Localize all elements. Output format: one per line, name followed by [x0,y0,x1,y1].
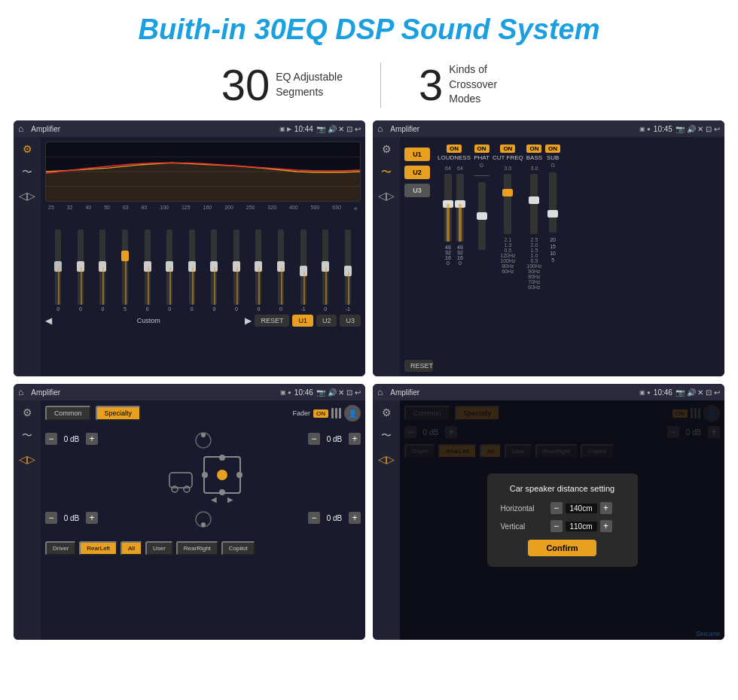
eq-prev-arrow[interactable]: ◀ [45,315,52,326]
crossover-wave-icon[interactable]: 〜 [381,166,392,179]
stat-eq-number: 30 [221,59,270,110]
crossover-home-icon[interactable]: ⌂ [377,123,383,134]
crossover-eq-icon[interactable]: ⚙ [382,143,392,155]
vol-tr-minus[interactable]: − [308,433,320,445]
home-icon[interactable]: ⌂ [18,123,23,134]
stats-row: 30 EQ AdjustableSegments 3 Kinds ofCross… [0,53,738,120]
sidebar-wave-icon[interactable]: 〜 [22,166,32,179]
horizontal-row: Horizontal − 140cm + [501,502,624,514]
profile-icon[interactable]: 👤 [344,405,361,422]
eq-u1-btn[interactable]: U1 [292,315,313,327]
rearleft-btn[interactable]: RearLeft [79,541,117,555]
sub-on[interactable]: ON [545,145,560,153]
svg-rect-5 [169,473,192,488]
crossover-title: Amplifier [386,125,636,133]
amp-speaker-icon[interactable]: ◁▷ [19,453,35,465]
amplifier-screen: ⌂ Amplifier ▣ ● 10:46 📷 🔊 ✕ ⊡ ↩ ⚙ 〜 ◁▷ C… [14,384,365,640]
eq-chart [45,142,361,202]
crossover-reset-btn[interactable]: RESET [404,360,433,372]
bass-on[interactable]: ON [526,145,541,153]
user-btn[interactable]: User [145,541,173,555]
eq-slider-9: 0 [249,230,269,312]
eq-u3-btn[interactable]: U3 [340,315,361,327]
all-btn[interactable]: All [120,541,142,555]
horizontal-minus[interactable]: − [550,502,563,514]
fader-label: Fader [292,409,310,417]
vertical-plus[interactable]: + [600,520,612,532]
eq-u2-btn[interactable]: U2 [316,315,337,327]
page-title: Buith-in 30EQ DSP Sound System [0,0,738,53]
amp-eq-icon[interactable]: ⚙ [23,406,32,418]
cutfreq-on[interactable]: ON [500,145,515,153]
eq-sliders: 0 0 0 5 0 [45,214,361,312]
eq-bottom-bar: ◀ Custom ▶ RESET U1 U2 U3 [45,315,361,327]
loudness-on[interactable]: ON [447,145,462,153]
stat-eq: 30 EQ AdjustableSegments [184,59,380,110]
amp-home-icon[interactable]: ⌂ [18,387,23,397]
sidebar-speaker-icon[interactable]: ◁▷ [19,190,35,202]
eq-title: Amplifier [26,125,276,133]
vol-tl-plus[interactable]: + [86,433,98,445]
vol-tr-val: 0 dB [323,435,346,443]
preset-u3-btn[interactable]: U3 [404,184,430,197]
eq-slider-12: 0 [316,230,336,312]
dist-main: Common Specialty ON 👤 − 0 dB + [400,400,724,640]
eq-left-sidebar: ⚙ 〜 ◁▷ [14,137,41,376]
vol-br-val: 0 dB [323,514,346,522]
crossover-speaker-icon[interactable]: ◁▷ [378,190,395,202]
confirm-button[interactable]: Confirm [528,540,596,556]
eq-topbar: ⌂ Amplifier ▣ ▶ 10:44 📷 🔊 ✕ ⊡ ↩ [14,120,365,137]
fader-on-badge[interactable]: ON [313,409,328,418]
phat-on[interactable]: ON [474,145,489,153]
crossover-screen: ⌂ Amplifier ▣ ● 10:45 📷 🔊 ✕ ⊡ ↩ ⚙ 〜 ◁▷ U… [373,120,724,376]
vol-bl-plus[interactable]: + [86,512,98,524]
preset-u2-btn[interactable]: U2 [404,166,430,179]
vol-br-plus[interactable]: + [349,512,361,524]
copilot-btn[interactable]: Copilot [221,541,255,555]
eq-slider-2: 0 [93,230,113,312]
crossover-rec-icons: ▣ ● [639,126,651,132]
dist-home-icon[interactable]: ⌂ [377,387,383,397]
preset-u1-btn[interactable]: U1 [404,148,430,161]
rearright-btn[interactable]: RearRight [176,541,218,555]
crossover-toolbar-icons: 📷 🔊 ✕ ⊡ ↩ [675,125,720,133]
vertical-row: Vertical − 110cm + [501,520,624,532]
eq-slider-6: 0 [181,230,202,312]
eq-slider-3: 5 [115,230,136,312]
speaker-btn-row: Driver RearLeft All User RearRight Copil… [45,541,361,555]
amp-body: ⚙ 〜 ◁▷ Common Specialty Fader ON 👤 [14,400,365,640]
eq-slider-13: -1 [338,230,358,312]
horizontal-label: Horizontal [501,504,546,513]
eq-slider-8: 0 [227,230,247,312]
vol-tr-plus[interactable]: + [349,433,361,445]
amp-tab-common[interactable]: Common [45,406,91,421]
amp-wave-icon[interactable]: 〜 [22,429,32,443]
vol-bottom-right: − 0 dB + [308,508,361,528]
driver-btn[interactable]: Driver [45,541,76,555]
eq-slider-4: 0 [137,230,157,312]
vol-bottom-left: − 0 dB + [45,508,98,528]
eq-slider-10: 0 [271,230,291,312]
loudness-label: LOUDNESS [438,154,471,161]
dist-eq-icon[interactable]: ⚙ [382,406,392,418]
svg-point-4 [201,433,206,437]
eq-slider-0: 0 [48,230,69,312]
vol-br-minus[interactable]: − [308,512,320,524]
stat-crossover-number: 3 [419,59,443,110]
amp-topbar: ⌂ Amplifier ▣ ● 10:46 📷 🔊 ✕ ⊡ ↩ [14,384,365,400]
vertical-minus[interactable]: − [550,520,563,532]
eq-reset-btn[interactable]: RESET [255,315,289,327]
vol-tl-minus[interactable]: − [45,433,57,445]
dist-body: ⚙ 〜 ◁▷ Common Specialty ON 👤 [373,400,724,640]
dist-wave-icon[interactable]: 〜 [381,429,392,443]
car-left-icon [166,465,196,495]
dist-speaker-icon[interactable]: ◁▷ [378,453,395,465]
vol-bl-minus[interactable]: − [45,512,57,524]
eq-current-label: Custom [55,317,242,324]
stat-crossover: 3 Kinds ofCrossover Modes [381,59,554,110]
horizontal-plus[interactable]: + [600,502,612,514]
eq-next-arrow[interactable]: ▶ [245,315,252,326]
amp-tab-specialty[interactable]: Specialty [96,406,142,421]
eq-screen: ⌂ Amplifier ▣ ▶ 10:44 📷 🔊 ✕ ⊡ ↩ ⚙ 〜 ◁▷ [14,120,365,376]
sidebar-eq-icon[interactable]: ⚙ [23,143,32,155]
